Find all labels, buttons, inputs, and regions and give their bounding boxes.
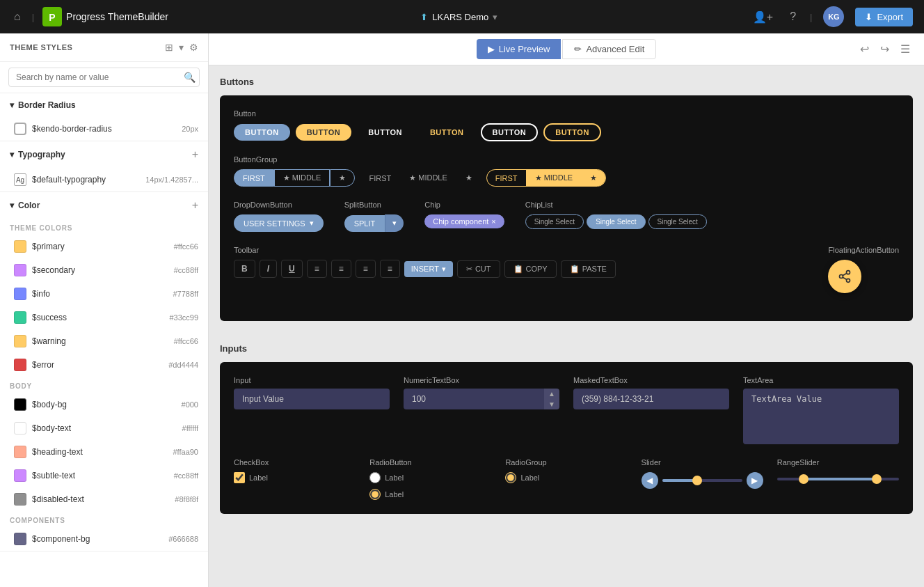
numeric-input[interactable] [404,389,544,409]
typography-icon: Ag [14,173,26,186]
typography-header[interactable]: ▾ Typography + [0,141,208,168]
chip-item-1[interactable]: Single Select [525,214,584,229]
chip-item-2[interactable]: Single Select [587,214,645,229]
list-view-button[interactable]: ☰ [898,40,913,58]
insert-button[interactable]: INSERT ▾ [404,261,453,277]
content-area: ▶ Live Preview ✏ Advanced Edit ↩ ↪ ☰ But… [209,33,924,587]
input-demo-grid: Input NumericTextBox ▲ ▼ [234,376,899,444]
help-icon[interactable]: ? [787,8,799,26]
component-bg-item: $component-bg #666688 [0,527,208,551]
checkbox-block: CheckBox Label [234,458,356,500]
radio-input-2[interactable] [369,489,381,500]
color-header[interactable]: ▾ Color + [0,192,208,219]
slider-thumb[interactable] [692,476,702,485]
align-center-button[interactable]: ≡ [331,260,351,278]
project-chevron-icon: ▾ [493,12,497,22]
slider-block: Slider ◀ ▶ [642,458,763,500]
radio-input-1[interactable] [369,472,381,483]
body-text-var: $body-text [32,423,71,433]
border-radius-title: ▾ Border Radius [10,100,76,110]
button-text-yellow[interactable]: BUTTON [419,124,475,141]
fab-button[interactable] [828,260,861,293]
live-preview-label: Live Preview [499,44,550,54]
btn-text-first[interactable]: FIRST [360,170,399,186]
split-arrow[interactable]: ▾ [385,214,404,232]
paste-button[interactable]: 📋 PASTE [561,260,616,278]
numeric-up-button[interactable]: ▲ [544,389,559,399]
share-icon [838,269,852,283]
svg-point-3 [840,275,843,279]
color-add-button[interactable]: + [192,199,198,212]
subtle-text-var: $subtle-text [32,471,75,480]
warning-var: $warning [32,336,66,346]
button-text-white[interactable]: BUTTON [357,124,413,141]
btn-group-star[interactable]: ★ [330,169,355,187]
checkbox-input[interactable] [234,472,245,483]
button-outline-white[interactable]: BUTTON [481,123,539,141]
range-slider-thumb-right[interactable] [872,474,882,484]
btn-text-middle[interactable]: ★ MIDDLE [401,170,456,186]
input-field[interactable] [234,389,390,409]
search-input[interactable] [8,68,200,87]
masked-input[interactable] [573,389,729,409]
btn-text-star[interactable]: ★ [457,170,481,186]
chip-item-3[interactable]: Single Select [648,214,707,229]
align-left-button[interactable]: ≡ [307,260,327,278]
bold-button[interactable]: B [234,260,255,278]
settings-icon[interactable]: ⚙ [189,42,198,53]
fab-label: FloatingActionButton [828,246,899,254]
range-slider-thumb-left[interactable] [799,474,808,484]
chip-close-icon[interactable]: × [491,217,495,226]
add-user-icon[interactable]: 👤+ [750,8,776,26]
textarea-field[interactable]: TextArea Value [743,389,899,444]
undo-button[interactable]: ↩ [857,40,872,58]
slider-row: ◀ ▶ [642,472,763,489]
input-item: Input [234,376,390,444]
nav-center: ⬆ LKARS Demo ▾ [177,12,742,22]
project-name: LKARS Demo [432,12,488,22]
theme-colors-label: THEME COLORS [0,219,208,235]
btn-outline-middle[interactable]: ★ MIDDLE [527,170,582,186]
border-radius-header[interactable]: ▾ Border Radius [0,93,208,117]
typography-add-button[interactable]: + [192,148,198,161]
disabled-text-swatch [14,493,26,506]
chevron-down-icon[interactable]: ▾ [179,42,184,53]
slider-left-button[interactable]: ◀ [642,472,658,489]
split-button: SPLIT ▾ [344,214,404,232]
success-value: #33cc99 [169,313,198,322]
copy-button[interactable]: 📋 COPY [504,260,557,278]
button-solid-yellow[interactable]: BUTTON [296,124,352,141]
button-outline-yellow[interactable]: BUTTON [543,123,601,141]
underline-button[interactable]: U [281,260,303,278]
border-radius-item: $kendo-border-radius 20px [0,117,208,141]
numeric-down-button[interactable]: ▼ [544,399,559,409]
btn-group-middle[interactable]: ★ MIDDLE [274,169,330,187]
dropdown-button[interactable]: USER SETTINGS ▾ [234,214,324,232]
italic-button[interactable]: I [260,260,277,278]
live-preview-button[interactable]: ▶ Live Preview [477,39,561,59]
align-right-button[interactable]: ≡ [356,260,376,278]
advanced-edit-button[interactable]: ✏ Advanced Edit [562,39,656,59]
slider-right-button[interactable]: ▶ [747,472,763,489]
chip-list-block: ChipList Single Select Single Select Sin… [525,201,707,229]
button-solid-primary[interactable]: BUTTON [234,124,290,141]
search-button[interactable]: 🔍 [184,72,196,83]
redo-button[interactable]: ↪ [877,40,892,58]
home-icon[interactable]: ⌂ [11,8,24,26]
checkbox-row: Label [234,472,356,483]
toolbar-demo: B I U ≡ ≡ ≡ ≡ INSERT ▾ [234,260,807,278]
btn-outline-first[interactable]: FIRST [487,170,527,186]
border-radius-value: 20px [182,125,198,133]
align-justify-button[interactable]: ≡ [380,260,400,278]
button-group-demo: ButtonGroup FIRST ★ MIDDLE ★ FIRST ★ MID… [234,155,899,187]
btn-group-first[interactable]: FIRST [234,169,274,187]
dropdown-arrow-icon: ▾ [310,219,314,228]
nav-project: ⬆ LKARS Demo ▾ [420,12,497,22]
export-button[interactable]: ⬇ Export [855,8,913,26]
toggle-icon[interactable]: ⊞ [165,42,173,53]
radio-group-label: RadioGroup [505,458,627,467]
split-main[interactable]: SPLIT [344,215,385,232]
btn-outline-star[interactable]: ★ [582,170,605,186]
radio-group-input[interactable] [505,472,516,483]
cut-button[interactable]: ✂ CUT [457,260,500,278]
